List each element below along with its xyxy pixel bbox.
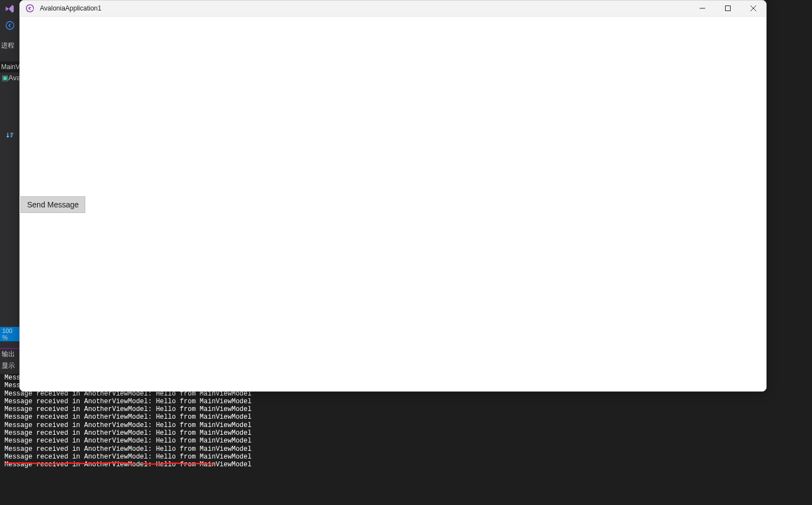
svg-point-0 — [6, 22, 14, 29]
send-message-button[interactable]: Send Message — [20, 196, 85, 213]
console-line: Message received in AnotherViewModel: He… — [4, 453, 812, 461]
process-label: 进程 — [0, 40, 19, 51]
mainview-tab[interactable]: MainV — [0, 61, 19, 72]
maximize-button[interactable] — [715, 1, 741, 16]
console-line: Message received in AnotherViewModel: He… — [4, 421, 812, 429]
back-arrow-icon[interactable] — [0, 21, 19, 31]
svg-rect-3 — [726, 6, 731, 11]
console-line: Message received in AnotherViewModel: He… — [4, 429, 812, 437]
vs-logo-icon — [4, 3, 15, 14]
annotation-underline — [4, 461, 215, 464]
titlebar-left: AvaloniaApplication1 — [20, 4, 101, 13]
status-bar-accent — [0, 348, 19, 349]
sort-icon[interactable] — [0, 131, 19, 142]
avalonia-tab[interactable]: ▣Ava — [0, 72, 19, 83]
app-content-area: Send Message — [20, 17, 766, 391]
application-window: AvaloniaApplication1 Send Message — [19, 0, 767, 392]
app-icon — [25, 4, 34, 13]
output-panel-label[interactable]: 输出 — [2, 350, 15, 359]
window-title: AvaloniaApplication1 — [40, 4, 101, 12]
console-line: Message received in AnotherViewModel: He… — [4, 398, 812, 405]
close-button[interactable] — [741, 1, 766, 16]
console-line: Message received in AnotherViewModel: He… — [4, 445, 812, 453]
output-console: MessMessMessage received in AnotherViewM… — [0, 374, 812, 505]
console-line: Message received in AnotherViewModel: He… — [4, 413, 812, 421]
titlebar-controls — [690, 1, 766, 16]
minimize-button[interactable] — [690, 1, 715, 16]
console-line: Message received in AnotherViewModel: He… — [4, 437, 812, 445]
zoom-indicator[interactable]: 100 % — [0, 327, 19, 341]
show-output-label: 显示 — [2, 361, 18, 371]
console-line: Message received in AnotherViewModel: He… — [4, 405, 812, 413]
window-titlebar[interactable]: AvaloniaApplication1 — [20, 1, 766, 17]
